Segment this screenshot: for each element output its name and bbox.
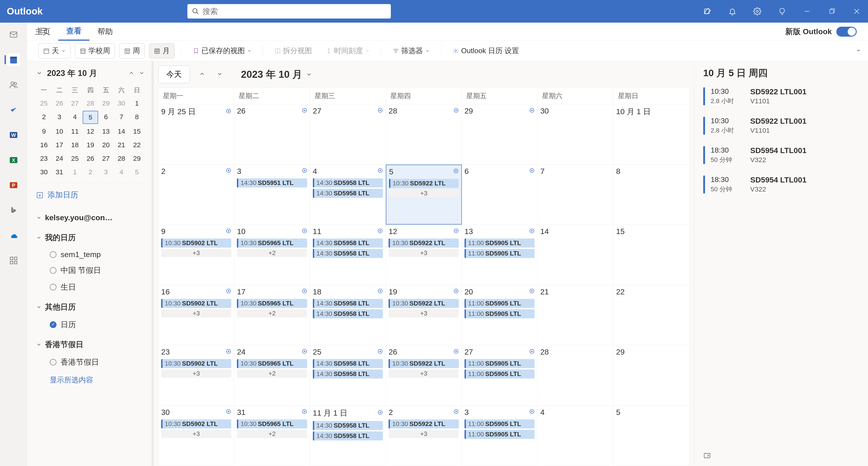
mini-day[interactable]: 2: [36, 111, 52, 124]
hamburger-icon[interactable]: [38, 26, 48, 36]
day-cell[interactable]: 14: [537, 225, 613, 285]
rail-todo[interactable]: [7, 103, 20, 116]
event[interactable]: 11:00SD5905 LTL: [465, 249, 535, 258]
mini-day[interactable]: 4: [67, 111, 83, 124]
event[interactable]: 10:30SD5902 LTL: [161, 359, 231, 368]
day-cell[interactable]: 2410:30SD5965 LTL+2: [234, 345, 310, 405]
today-button[interactable]: 今天: [158, 66, 190, 83]
event[interactable]: 14:30SD5958 LTL: [313, 249, 383, 258]
more-events[interactable]: +3: [389, 189, 458, 197]
rail-more-apps[interactable]: [7, 254, 20, 267]
event[interactable]: 11:00SD5905 LTL: [465, 420, 535, 429]
add-event-icon[interactable]: [302, 228, 307, 235]
mini-day[interactable]: 18: [67, 139, 83, 151]
add-event-icon[interactable]: [529, 167, 535, 175]
mini-day[interactable]: 25: [67, 152, 83, 165]
add-event-icon[interactable]: [226, 288, 231, 295]
rail-word[interactable]: W: [7, 129, 20, 141]
day-cell[interactable]: 11 月 1 日14:30SD5958 LTL14:30SD5958 LTL: [310, 406, 386, 466]
more-events[interactable]: +3: [161, 430, 231, 438]
mini-day[interactable]: 27: [98, 152, 114, 165]
mini-day[interactable]: 1: [67, 166, 83, 178]
more-events[interactable]: +3: [389, 309, 459, 317]
chevron-down-icon[interactable]: [36, 70, 42, 77]
day-cell[interactable]: 210:30SD5922 LTL+3: [386, 406, 462, 466]
mini-day[interactable]: 5: [129, 166, 145, 178]
calendar-item[interactable]: 中国 节假日: [36, 262, 145, 279]
mini-day[interactable]: 7: [114, 111, 129, 124]
day-cell[interactable]: 2514:30SD5958 LTL14:30SD5958 LTL: [310, 345, 386, 405]
day-cell[interactable]: 1114:30SD5958 LTL14:30SD5958 LTL: [310, 225, 386, 285]
add-event-icon[interactable]: [529, 288, 535, 295]
agenda-item[interactable]: 10:302.8 小时SD5922 LTL001V1101: [703, 117, 859, 135]
mini-day[interactable]: 12: [83, 125, 98, 137]
event[interactable]: 11:00SD5905 LTL: [465, 299, 535, 308]
rail-bing[interactable]: [7, 204, 20, 217]
add-event-icon[interactable]: [529, 348, 535, 356]
lightbulb-icon[interactable]: [778, 7, 786, 16]
mini-day[interactable]: 26: [83, 152, 98, 165]
day-cell[interactable]: 8: [614, 165, 689, 225]
add-event-icon[interactable]: [302, 288, 307, 295]
mini-day[interactable]: 30: [36, 166, 52, 178]
mini-day[interactable]: 25: [36, 97, 52, 110]
view-day[interactable]: 天: [38, 43, 70, 58]
day-cell[interactable]: 2310:30SD5902 LTL+3: [158, 345, 234, 405]
rail-people[interactable]: [7, 79, 20, 91]
event[interactable]: 11:00SD5905 LTL: [465, 369, 535, 378]
add-event-icon[interactable]: [377, 288, 383, 295]
rail-excel[interactable]: X: [7, 154, 20, 166]
event[interactable]: 11:00SD5905 LTL: [465, 359, 535, 368]
day-cell[interactable]: 27: [310, 104, 386, 164]
more-events[interactable]: +3: [389, 430, 459, 438]
tab-view[interactable]: 查看: [58, 23, 90, 41]
event[interactable]: 14:30SD5958 LTL: [313, 189, 383, 198]
day-cell[interactable]: 311:00SD5905 LTL11:00SD5905 LTL: [462, 406, 537, 466]
event[interactable]: 14:30SD5958 LTL: [313, 299, 383, 308]
mini-day[interactable]: 31: [52, 166, 67, 178]
event[interactable]: 14:30SD5958 LTL: [313, 178, 383, 187]
mini-day[interactable]: 19: [83, 139, 98, 151]
calendar-checkbox[interactable]: [50, 267, 57, 274]
gear-icon[interactable]: [753, 7, 762, 16]
close-icon[interactable]: [852, 7, 861, 16]
mini-day[interactable]: 9: [36, 125, 52, 137]
bell-icon[interactable]: [728, 7, 737, 16]
event[interactable]: 14:30SD5958 LTL: [313, 239, 383, 248]
mini-day[interactable]: 15: [129, 125, 145, 137]
event[interactable]: 11:00SD5905 LTL: [465, 309, 535, 318]
time-scale[interactable]: 时间刻度: [321, 44, 374, 58]
day-cell[interactable]: 15: [614, 225, 689, 285]
search-box[interactable]: [187, 4, 391, 19]
mini-day[interactable]: 5: [83, 111, 98, 124]
event[interactable]: 14:30SD5958 LTL: [313, 359, 383, 368]
saved-views[interactable]: 已保存的视图: [188, 44, 256, 58]
add-event-icon[interactable]: [529, 228, 535, 235]
new-outlook-toggle[interactable]: 新版 Outlook: [785, 27, 868, 37]
add-event-icon[interactable]: [226, 348, 231, 356]
prev-period[interactable]: [197, 68, 208, 80]
add-calendar[interactable]: 添加日历: [36, 183, 145, 207]
next-period[interactable]: [214, 68, 225, 80]
show-selected[interactable]: 显示所选内容: [36, 371, 145, 385]
mini-day[interactable]: 26: [52, 97, 67, 110]
add-event-icon[interactable]: [529, 409, 535, 416]
day-cell[interactable]: 314:30SD5951 LTL: [234, 165, 310, 225]
event[interactable]: 10:30SD5922 LTL: [389, 179, 458, 188]
calendar-group-header[interactable]: 我的日历: [36, 228, 145, 247]
mini-day[interactable]: 23: [36, 152, 52, 165]
calendar-item[interactable]: 生日: [36, 279, 145, 296]
more-events[interactable]: +2: [237, 309, 307, 317]
add-event-icon[interactable]: [226, 228, 231, 235]
day-cell[interactable]: 1710:30SD5965 LTL+2: [234, 285, 310, 345]
add-event-icon[interactable]: [226, 409, 231, 416]
add-event-icon[interactable]: [377, 107, 383, 115]
mini-day[interactable]: 2: [83, 166, 98, 178]
add-event-icon[interactable]: [454, 228, 459, 235]
add-event-icon[interactable]: [453, 168, 459, 175]
add-event-icon[interactable]: [377, 167, 383, 175]
view-month[interactable]: 月: [149, 43, 175, 58]
rail-powerpoint[interactable]: P: [7, 179, 20, 191]
resize-handle[interactable]: [151, 61, 154, 466]
calendar-checkbox[interactable]: [50, 359, 57, 366]
